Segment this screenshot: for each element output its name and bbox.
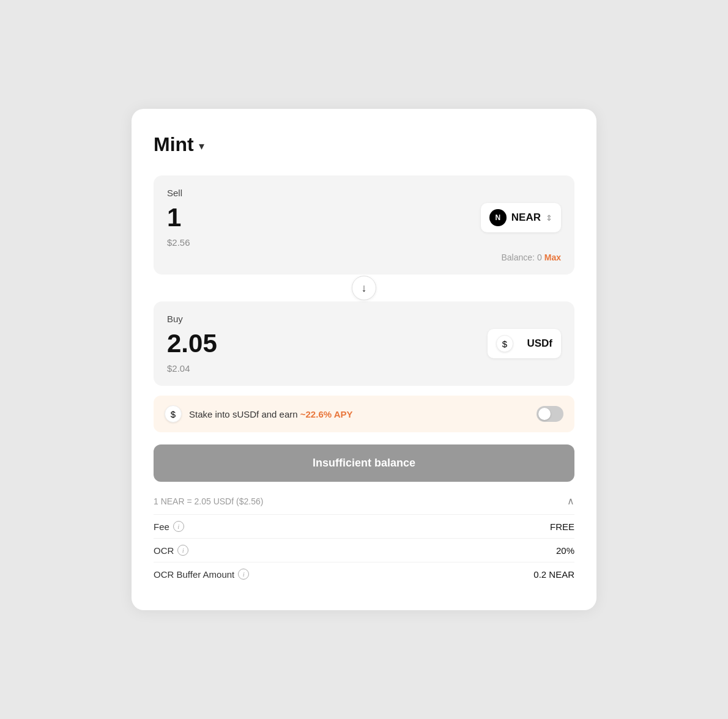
header: Mint ▾ xyxy=(154,133,574,156)
detail-value: 0.2 NEAR xyxy=(533,569,574,580)
buy-row: 2.05 $ USDf xyxy=(167,329,561,358)
near-token-icon: N xyxy=(489,209,507,226)
detail-row: FeeiFREE xyxy=(154,514,574,538)
stake-text: Stake into sUSDf and earn ~22.6% APY xyxy=(189,409,529,419)
buy-token-selector[interactable]: $ USDf xyxy=(488,329,561,358)
swap-divider: ↓ xyxy=(154,275,574,301)
action-button[interactable]: Insufficient balance xyxy=(154,444,574,482)
toggle-knob xyxy=(538,408,551,420)
page-title: Mint xyxy=(154,133,194,156)
main-card: Mint ▾ Sell 1 N NEAR ⇕ $2.56 Balance: 0 … xyxy=(132,109,596,610)
swap-direction-button[interactable]: ↓ xyxy=(352,276,376,300)
sell-token-selector[interactable]: N NEAR ⇕ xyxy=(481,203,561,232)
sell-amount[interactable]: 1 xyxy=(167,203,181,232)
sell-usd-value: $2.56 xyxy=(167,237,561,248)
detail-label-text: Fee xyxy=(154,522,169,532)
sell-balance-row: Balance: 0 Max xyxy=(167,253,561,262)
susdf-token-icon: $ xyxy=(165,405,182,422)
balance-value: 0 xyxy=(537,253,542,262)
usdf-token-icon: $ xyxy=(496,335,513,352)
buy-amount[interactable]: 2.05 xyxy=(167,329,217,358)
rate-row[interactable]: 1 NEAR = 2.05 USDf ($2.56) ∧ xyxy=(154,495,574,508)
buy-label: Buy xyxy=(167,314,561,324)
chevron-up-icon: ∧ xyxy=(567,495,574,507)
detail-row: OCR Buffer Amounti0.2 NEAR xyxy=(154,562,574,586)
buy-usd-value: $2.04 xyxy=(167,363,561,374)
max-button[interactable]: Max xyxy=(544,253,561,262)
rate-text: 1 NEAR = 2.05 USDf ($2.56) xyxy=(154,496,263,506)
buy-token-name: USDf xyxy=(527,337,552,350)
sell-label: Sell xyxy=(167,188,561,198)
buy-box: Buy 2.05 $ USDf $2.04 xyxy=(154,301,574,386)
sell-token-chevron-icon: ⇕ xyxy=(546,213,552,223)
balance-label: Balance: xyxy=(501,253,534,262)
details-section: FeeiFREEOCRi20%OCR Buffer Amounti0.2 NEA… xyxy=(154,514,574,586)
detail-row: OCRi20% xyxy=(154,538,574,562)
down-arrow-icon: ↓ xyxy=(362,282,367,295)
detail-label-text: OCR xyxy=(154,545,174,556)
sell-row: 1 N NEAR ⇕ xyxy=(167,203,561,232)
chevron-down-icon[interactable]: ▾ xyxy=(199,139,204,153)
sell-box: Sell 1 N NEAR ⇕ $2.56 Balance: 0 Max xyxy=(154,175,574,275)
detail-value: 20% xyxy=(556,545,574,556)
detail-value: FREE xyxy=(550,522,574,532)
sell-token-name: NEAR xyxy=(511,212,541,224)
stake-toggle[interactable] xyxy=(537,406,563,422)
info-icon[interactable]: i xyxy=(238,569,249,580)
detail-label-text: OCR Buffer Amount xyxy=(154,569,234,580)
info-icon[interactable]: i xyxy=(173,521,184,532)
stake-apy: ~22.6% APY xyxy=(300,409,353,419)
stake-banner: $ Stake into sUSDf and earn ~22.6% APY xyxy=(154,396,574,432)
info-icon[interactable]: i xyxy=(177,545,188,556)
